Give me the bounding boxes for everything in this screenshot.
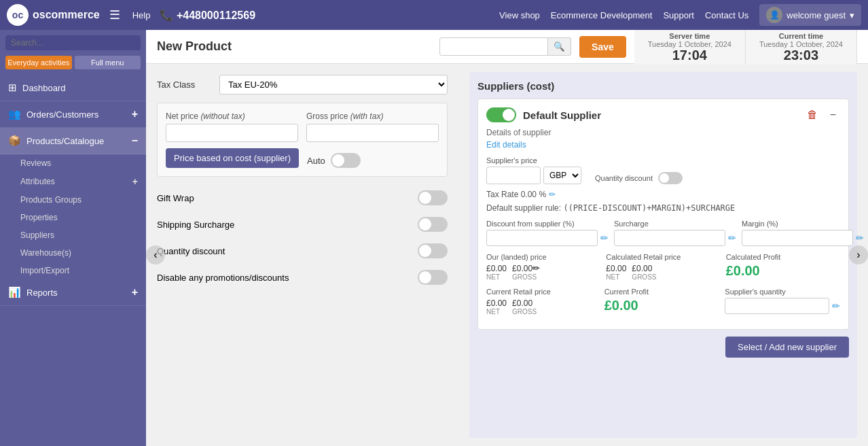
- sidebar-search-input[interactable]: [5, 35, 141, 50]
- price-based-on-cost-button[interactable]: Price based on cost (supplier): [166, 148, 299, 168]
- edit-details-link[interactable]: Edit details: [486, 140, 840, 150]
- auto-toggle[interactable]: [331, 153, 361, 168]
- collapse-icon[interactable]: −: [132, 135, 138, 147]
- reports-expand-icon[interactable]: +: [132, 286, 138, 298]
- tax-rate-text: Tax Rate 0.00 %: [486, 190, 546, 199]
- full-menu-button[interactable]: Full menu: [75, 56, 141, 69]
- expand-icon[interactable]: +: [132, 108, 138, 120]
- landed-gross: £0.00✏ GROSS: [512, 263, 540, 281]
- sidebar-item-dashboard[interactable]: ⊞ Dashboard: [0, 75, 146, 101]
- sidebar-item-import-export[interactable]: Import/Export: [0, 262, 146, 279]
- qty-discount-toggle[interactable]: [658, 172, 683, 184]
- logo-text: oscommerce: [33, 9, 100, 21]
- shipping-surcharge-toggle[interactable]: [418, 217, 448, 232]
- sidebar-item-label: Products/Catalogue: [26, 136, 126, 146]
- ecommerce-dev-link[interactable]: Ecommerce Development: [551, 10, 653, 20]
- auto-label: Auto: [307, 156, 325, 166]
- orders-icon: 👥: [8, 108, 21, 120]
- supplier-price-input[interactable]: 0.00: [486, 167, 541, 184]
- tax-class-row: Tax Class Tax EU-20%: [157, 75, 448, 95]
- sidebar-item-orders[interactable]: 👥 Orders/Customers +: [0, 101, 146, 128]
- sidebar-sub-label: Warehouse(s): [20, 248, 71, 258]
- tax-edit-icon[interactable]: ✏: [549, 190, 556, 199]
- everyday-activities-button[interactable]: Everyday activities: [5, 56, 72, 69]
- discount-input-group: 0 ✏: [486, 230, 609, 246]
- supplier-price-row: Supplier's price 0.00 GBP Quantity disco…: [486, 156, 840, 184]
- landed-net: £0.00 NET: [486, 263, 507, 281]
- gift-wrap-toggle[interactable]: [418, 190, 448, 205]
- gross-price-input[interactable]: £0.00: [306, 124, 439, 142]
- content-area: New Product 🔍 Save Server time Tuesday 1…: [146, 30, 868, 446]
- contact-link[interactable]: Contact Us: [705, 10, 748, 20]
- page-title: New Product: [157, 39, 431, 54]
- price-results: Our (landed) price £0.00 NET £0.00✏ GROS…: [486, 253, 840, 281]
- phone-number: 📞 +448000112569: [160, 9, 255, 22]
- collapse-supplier-button[interactable]: −: [826, 107, 840, 122]
- delete-supplier-button[interactable]: 🗑: [803, 107, 822, 122]
- margin-input[interactable]: 0: [742, 230, 853, 246]
- left-nav-arrow[interactable]: ‹: [146, 245, 165, 264]
- user-menu[interactable]: 👤 welcome guest ▾: [759, 4, 861, 26]
- sidebar-item-suppliers[interactable]: Suppliers: [0, 226, 146, 244]
- surcharge-field: Surcharge 0 ✏: [614, 220, 736, 246]
- current-retail-gross: £0.00 GROSS: [512, 298, 537, 315]
- margin-label: Margin (%): [742, 220, 864, 228]
- catalogue-icon: 📦: [8, 135, 21, 147]
- rule-row: Default supplier rule: ((PRICE-DISCOUNT)…: [486, 203, 840, 213]
- surcharge-label: Surcharge: [614, 220, 736, 228]
- toggle-knob: [419, 271, 431, 284]
- supplier-card: Default Supplier 🗑 − Details of supplier…: [477, 99, 849, 330]
- discount-input[interactable]: 0: [486, 230, 598, 246]
- tax-class-label: Tax Class: [157, 80, 211, 90]
- qty-discount-row: Quantity discount: [157, 238, 448, 264]
- gift-wrap-row: Gift Wrap: [157, 185, 448, 211]
- product-search-input[interactable]: [439, 37, 548, 56]
- supplier-qty-input[interactable]: 0: [725, 298, 829, 314]
- sidebar-item-products-catalogue[interactable]: 📦 Products/Catalogue −: [0, 128, 146, 154]
- attributes-plus-icon[interactable]: +: [132, 176, 138, 187]
- sidebar-item-reviews[interactable]: Reviews: [0, 154, 146, 172]
- server-time-block: Server time Tuesday 1 October, 2024 17:0…: [634, 30, 746, 65]
- qty-discount-toggle[interactable]: [418, 243, 448, 258]
- qty-edit-button[interactable]: ✏: [832, 301, 840, 311]
- tax-rate-row: Tax Rate 0.00 % ✏: [486, 190, 840, 199]
- hamburger-icon[interactable]: ☰: [109, 7, 120, 22]
- sidebar-item-products-groups[interactable]: Products Groups: [0, 191, 146, 209]
- help-link[interactable]: Help: [132, 10, 151, 20]
- current-profit-label: Current Profit: [604, 288, 717, 296]
- tax-class-select[interactable]: Tax EU-20%: [219, 75, 448, 95]
- top-nav: oc oscommerce ☰ Help 📞 +448000112569 Vie…: [0, 0, 868, 30]
- net-price-input[interactable]: £0.000000: [166, 124, 298, 142]
- sidebar-item-properties[interactable]: Properties: [0, 209, 146, 226]
- product-search: 🔍: [439, 37, 571, 56]
- save-button[interactable]: Save: [579, 36, 626, 58]
- support-link[interactable]: Support: [663, 10, 694, 20]
- gross-price-label: Gross price (with tax): [306, 112, 439, 121]
- supplier-active-toggle[interactable]: [486, 107, 516, 122]
- sidebar-item-warehouses[interactable]: Warehouse(s): [0, 244, 146, 262]
- add-supplier-button[interactable]: Select / Add new supplier: [725, 337, 849, 358]
- currency-select[interactable]: GBP: [543, 167, 581, 184]
- right-nav-arrow[interactable]: ›: [849, 245, 868, 264]
- logo[interactable]: oc oscommerce: [7, 4, 100, 26]
- surcharge-edit-button[interactable]: ✏: [728, 233, 736, 243]
- disable-promotions-label: Disable any promotions/discounts: [157, 273, 289, 283]
- toggle-knob: [332, 154, 344, 167]
- view-shop-link[interactable]: View shop: [499, 10, 540, 20]
- sidebar-item-attributes[interactable]: Attributes +: [0, 172, 146, 191]
- discount-edit-button[interactable]: ✏: [600, 233, 609, 243]
- form-area: ‹ Tax Class Tax EU-20% Net price (withou…: [146, 64, 868, 446]
- search-button[interactable]: 🔍: [548, 37, 571, 56]
- sidebar-sub-label: Suppliers: [20, 230, 54, 240]
- suppliers-section: Suppliers (cost) Default Supplier 🗑 −: [469, 72, 857, 438]
- discount-label: Discount from supplier (%): [486, 220, 609, 228]
- supplier-details-text: Details of supplier: [486, 128, 840, 137]
- margin-edit-button[interactable]: ✏: [856, 233, 864, 243]
- surcharge-input[interactable]: 0: [614, 230, 725, 246]
- supplier-header: Default Supplier 🗑 −: [486, 107, 840, 122]
- net-price-label: Net price (without tax): [166, 112, 298, 121]
- sidebar-sub-label: Properties: [20, 213, 58, 222]
- supplier-actions: 🗑 −: [803, 107, 840, 122]
- disable-promotions-toggle[interactable]: [418, 270, 448, 285]
- sidebar-item-reports[interactable]: 📊 Reports +: [0, 279, 146, 306]
